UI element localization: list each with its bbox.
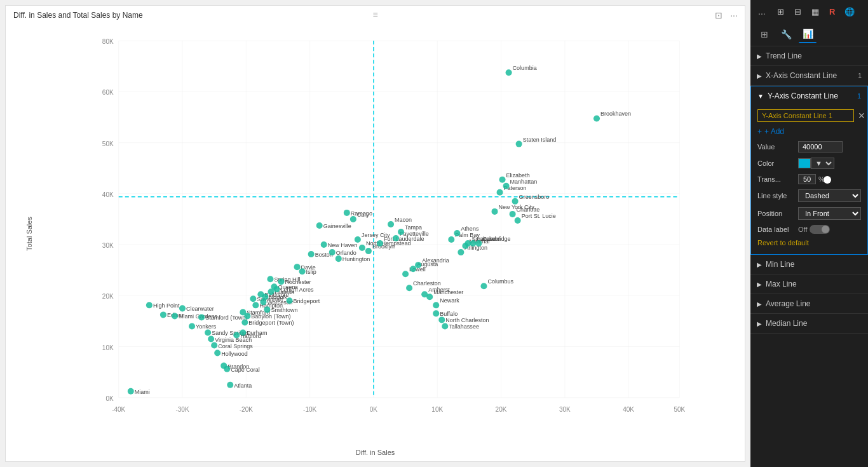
y-axis-header[interactable]: ▼ Y-Axis Constant Line 1 [751, 86, 867, 105]
svg-text:20K: 20K [496, 406, 507, 413]
section-x-axis-constant[interactable]: ▶ X-Axis Constant Line 1 [750, 66, 868, 86]
chart-title: Diff. in Sales and Total Sales by Name [13, 11, 143, 20]
section-label: Median Line [766, 319, 807, 328]
color-row: Color ▼ [757, 158, 861, 169]
panel-more-dots[interactable]: ... [756, 5, 768, 18]
panel-tab-fields[interactable]: ⊞ [756, 25, 773, 43]
svg-text:Stamford (Town): Stamford (Town) [205, 315, 247, 321]
revert-link[interactable]: Revert to default [757, 239, 861, 247]
svg-point-104 [308, 251, 315, 257]
svg-point-116 [350, 216, 356, 222]
panel-tab-format[interactable]: 🔧 [777, 25, 795, 43]
svg-text:Athens: Athens [461, 226, 479, 232]
transparency-input[interactable] [798, 174, 816, 184]
section-average-line[interactable]: ▶ Average Line [750, 294, 868, 314]
svg-text:North Charleston: North Charleston [445, 317, 489, 323]
section-y-axis-constant: ▼ Y-Axis Constant Line 1 ✕ + + Add Value [750, 86, 868, 255]
svg-point-74 [241, 319, 248, 325]
svg-point-154 [454, 230, 460, 236]
svg-point-122 [365, 248, 372, 254]
svg-text:Elizabeth: Elizabeth [506, 172, 530, 179]
section-trend-line[interactable]: ▶ Trend Line [750, 46, 868, 66]
svg-point-86 [264, 306, 270, 313]
color-dropdown[interactable]: ▼ [811, 158, 834, 169]
svg-text:Miami: Miami [135, 389, 150, 395]
svg-text:New Haven: New Haven [328, 242, 358, 248]
svg-text:Gainesville: Gainesville [323, 223, 351, 229]
svg-point-108 [321, 241, 327, 248]
section-label: Average Line [766, 299, 811, 308]
line-name-input[interactable] [757, 109, 854, 122]
panel-toolbar-row1: ... ⊞ ⊟ ▦ R 🌐 [750, 0, 868, 23]
y-axis-count: 1 [857, 92, 861, 100]
svg-point-38 [128, 388, 134, 395]
svg-point-148 [438, 316, 445, 323]
svg-point-48 [189, 323, 195, 329]
section-max-line[interactable]: ▶ Max Line [750, 274, 868, 294]
drag-handle[interactable]: ≡ [372, 10, 377, 20]
svg-point-166 [480, 283, 487, 289]
svg-text:10K: 10K [431, 406, 443, 413]
svg-text:Durham: Durham [247, 330, 267, 336]
svg-text:Cary: Cary [357, 212, 370, 218]
panel-icon-table[interactable]: ⊟ [790, 4, 806, 19]
panel-tab-analytics[interactable]: 📊 [799, 25, 817, 43]
svg-point-152 [448, 236, 454, 243]
close-line-button[interactable]: ✕ [857, 109, 867, 122]
svg-text:High Point: High Point [153, 302, 180, 309]
svg-text:Manchester: Manchester [433, 289, 463, 295]
svg-text:Lehigh Acres: Lehigh Acres [280, 287, 314, 293]
slider-thumb[interactable] [824, 176, 831, 184]
add-line-button[interactable]: + + Add [757, 127, 861, 136]
panel-icon-r[interactable]: R [825, 4, 840, 19]
right-panel: ... ⊞ ⊟ ▦ R 🌐 ⊞ 🔧 📊 ▶ Trend Line ▶ X-Axi… [750, 0, 868, 467]
svg-point-68 [240, 329, 246, 335]
svg-text:Bridgeport (Town): Bridgeport (Town) [248, 320, 294, 326]
svg-text:-10K: -10K [303, 406, 316, 413]
chevron-icon: ▶ [757, 301, 762, 308]
toggle-thumb [822, 226, 829, 233]
scatter-plot: 0K 10K 20K 30K 40K 50K 60K 80K -40K -30K… [34, 22, 738, 442]
svg-point-44 [172, 313, 178, 319]
color-swatch[interactable] [798, 158, 811, 168]
data-label-toggle: Off [798, 225, 830, 234]
svg-point-184 [593, 115, 600, 121]
svg-point-126 [388, 221, 394, 227]
line-selector: ✕ [757, 109, 861, 122]
more-icon[interactable]: ··· [728, 10, 740, 21]
value-input[interactable] [798, 141, 843, 152]
svg-point-162 [470, 240, 476, 247]
svg-point-56 [211, 342, 217, 349]
panel-icon-globe[interactable]: 🌐 [842, 4, 857, 19]
svg-text:Tallahassee: Tallahassee [449, 323, 479, 330]
svg-text:Rochester: Rochester [285, 279, 311, 285]
svg-text:Columbus: Columbus [487, 278, 513, 285]
svg-text:Bridgeport: Bridgeport [294, 298, 320, 304]
svg-text:Babylon (Town): Babylon (Town) [251, 313, 290, 320]
section-min-line[interactable]: ▶ Min Line [750, 255, 868, 274]
chart-container: ≡ ⊡ ··· Diff. in Sales and Total Sales b… [5, 5, 745, 462]
svg-point-102 [299, 268, 306, 274]
section-median-line[interactable]: ▶ Median Line [750, 314, 868, 334]
chevron-icon: ▶ [757, 281, 762, 288]
position-select[interactable]: In Front Behind [798, 207, 861, 220]
svg-point-174 [503, 183, 510, 189]
svg-point-180 [515, 217, 521, 224]
y-axis-label: Total Sales [25, 217, 33, 251]
svg-point-62 [224, 366, 230, 372]
expand-icon[interactable]: ⊡ [713, 10, 724, 21]
transparency-row: Trans... % [757, 174, 861, 184]
svg-point-106 [316, 222, 323, 229]
toggle-track[interactable] [810, 225, 830, 234]
svg-text:Islip: Islip [306, 269, 316, 275]
section-label: Max Line [766, 280, 797, 288]
line-style-select[interactable]: Dashed Solid Dotted [798, 189, 861, 202]
svg-text:Brookhaven: Brookhaven [600, 111, 631, 117]
panel-icon-grid[interactable]: ⊞ [773, 4, 789, 19]
chevron-icon: ▶ [757, 53, 762, 60]
svg-point-76 [250, 295, 256, 302]
svg-text:0K: 0K [105, 395, 114, 402]
panel-icon-chart[interactable]: ▦ [808, 4, 823, 19]
svg-text:Huntington: Huntington [342, 256, 370, 262]
svg-point-176 [510, 211, 516, 217]
